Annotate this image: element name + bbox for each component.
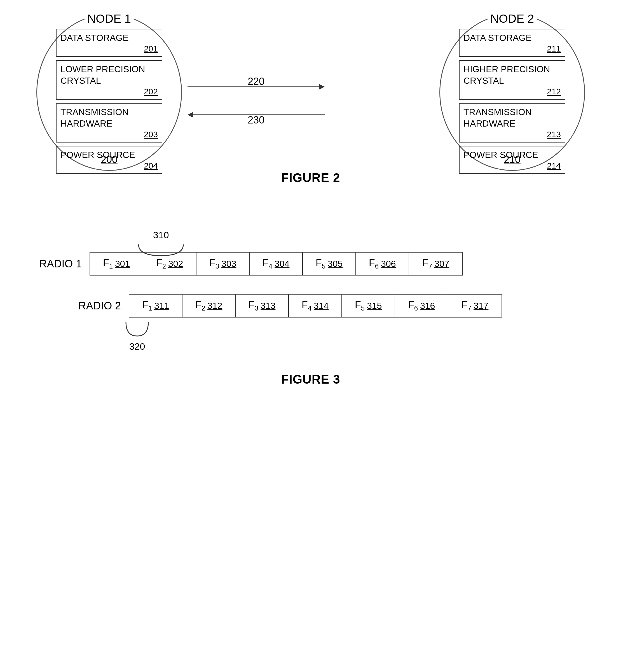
- radio2-cell-3: F4 314: [289, 295, 342, 317]
- radio2-cell-0: F1 311: [129, 295, 182, 317]
- node1-ref: 200: [101, 154, 118, 166]
- bracket-320-label: 320: [123, 341, 151, 352]
- node1-transmission-text: TRANSMISSIONHARDWARE: [60, 106, 158, 130]
- node2-label: NODE 2: [487, 12, 537, 26]
- radio1-f5-name: F6: [369, 257, 379, 270]
- radio2-f3-ref: 314: [314, 301, 329, 311]
- radio1-cell-2: F3 303: [197, 253, 250, 275]
- node2-datastorage-ref: 211: [464, 44, 561, 54]
- radio1-f3-name: F4: [263, 257, 272, 270]
- node2-circle: NODE 2 DATA STORAGE 211 HIGHER PRECISION…: [439, 14, 585, 171]
- radio1-f1-name: F2: [156, 257, 166, 270]
- node2-crystal-ref: 212: [464, 87, 561, 96]
- radio2-f0-ref: 311: [154, 301, 169, 311]
- radio2-cell-1: F2 312: [182, 295, 236, 317]
- node2-transmission-text: TRANSMISSIONHARDWARE: [464, 106, 561, 130]
- radio2-f2-sub: 3: [255, 305, 258, 312]
- radio2-label: RADIO 2: [78, 300, 123, 312]
- figure2-title: FIGURE 2: [281, 171, 340, 185]
- radio2-f1-ref: 312: [207, 301, 222, 311]
- svg-marker-1: [319, 84, 325, 90]
- radio2-f3-sub: 4: [308, 305, 312, 312]
- node2-ref: 210: [504, 154, 521, 166]
- figure3-area: 310 RADIO 1 F1 301 F2 302 F3 303: [22, 230, 599, 386]
- node1-transmission-ref: 203: [60, 130, 158, 139]
- node1-boxes: DATA STORAGE 201 LOWER PRECISIONCRYSTAL …: [56, 29, 162, 174]
- node2-datastorage-text: DATA STORAGE: [464, 32, 561, 44]
- radio1-f4-sub: 5: [322, 263, 326, 270]
- radio2-f5-name: F6: [408, 299, 418, 312]
- node1-crystal-text: LOWER PRECISIONCRYSTAL: [60, 63, 158, 87]
- radio1-f0-name: F1: [103, 257, 113, 270]
- radio2-cell-5: F6 316: [395, 295, 448, 317]
- figure3-title: FIGURE 3: [281, 372, 340, 386]
- figure2-area: NODE 1 DATA STORAGE 201 LOWER PRECISIONC…: [22, 11, 599, 185]
- radio2-f0-sub: 1: [148, 305, 152, 312]
- node1-box-datastorage: DATA STORAGE 201: [56, 29, 162, 57]
- bracket-320-svg: [123, 322, 151, 339]
- radio1-f4-name: F5: [316, 257, 326, 270]
- radio2-cell-4: F5 315: [342, 295, 395, 317]
- radio1-table: F1 301 F2 302 F3 303 F4 304 F5 305: [90, 252, 463, 276]
- node2-box-datastorage: DATA STORAGE 211: [459, 29, 565, 57]
- node2-box-crystal: HIGHER PRECISIONCRYSTAL 212: [459, 60, 565, 100]
- radio1-f6-ref: 307: [434, 259, 449, 269]
- radio2-f3-name: F4: [302, 299, 312, 312]
- node2-box-transmission: TRANSMISSIONHARDWARE 213: [459, 103, 565, 142]
- radio1-label: RADIO 1: [39, 258, 84, 270]
- radio1-f2-name: F3: [209, 257, 219, 270]
- arrow-220-label: 220: [248, 76, 265, 87]
- radio2-f1-sub: 2: [202, 305, 205, 312]
- radio2-cell-2: F3 313: [236, 295, 289, 317]
- radio1-f1-ref: 302: [168, 259, 183, 269]
- radio1-f0-ref: 301: [115, 259, 130, 269]
- radio1-f2-sub: 3: [215, 263, 219, 270]
- node1-label: NODE 1: [85, 12, 134, 26]
- radio1-f5-sub: 6: [375, 263, 379, 270]
- radio2-cell-6: F7 317: [448, 295, 502, 317]
- radio1-cell-6: F7 307: [409, 253, 462, 275]
- radio2-f6-sub: 7: [468, 305, 471, 312]
- radio1-f3-ref: 304: [274, 259, 289, 269]
- radio1-row: RADIO 1 F1 301 F2 302 F3 303 F4 304: [39, 252, 463, 276]
- node2-crystal-text: HIGHER PRECISIONCRYSTAL: [464, 63, 561, 87]
- radio1-cell-0: F1 301: [90, 253, 143, 275]
- node1-crystal-ref: 202: [60, 87, 158, 96]
- radio2-f6-ref: 317: [474, 301, 488, 311]
- node1-box-crystal: LOWER PRECISIONCRYSTAL 202: [56, 60, 162, 100]
- radio2-f5-sub: 6: [414, 305, 418, 312]
- radio1-cell-5: F6 306: [356, 253, 409, 275]
- radio1-f4-ref: 305: [328, 259, 343, 269]
- radio2-f1-name: F2: [195, 299, 205, 312]
- radio2-f2-ref: 313: [261, 301, 275, 311]
- node2-transmission-ref: 213: [464, 130, 561, 139]
- radio2-f0-name: F1: [142, 299, 152, 312]
- radio1-cell-1: F2 302: [143, 253, 197, 275]
- node1-circle: NODE 1 DATA STORAGE 201 LOWER PRECISIONC…: [36, 14, 182, 171]
- arrows-container: 220 230: [182, 70, 330, 132]
- radio2-f6-name: F7: [462, 299, 471, 312]
- node1-box-transmission: TRANSMISSIONHARDWARE 203: [56, 103, 162, 142]
- radio2-f5-ref: 316: [420, 301, 435, 311]
- radio1-f0-sub: 1: [109, 263, 113, 270]
- radio1-f1-sub: 2: [162, 263, 166, 270]
- radio1-f3-sub: 4: [269, 263, 272, 270]
- radio2-f2-name: F3: [248, 299, 258, 312]
- node1-datastorage-ref: 201: [60, 44, 158, 54]
- radio1-cell-4: F5 305: [303, 253, 356, 275]
- radio2-table: F1 311 F2 312 F3 313 F4 314 F5 315: [129, 294, 502, 317]
- radio1-f5-ref: 306: [381, 259, 396, 269]
- svg-marker-3: [187, 112, 193, 118]
- radio1-f2-ref: 303: [221, 259, 236, 269]
- brace-310-label: 310: [133, 230, 189, 241]
- radio2-f4-ref: 315: [367, 301, 382, 311]
- bracket-320-container: 320: [123, 322, 151, 352]
- radio1-cell-3: F4 304: [250, 253, 303, 275]
- radio1-f6-sub: 7: [428, 263, 432, 270]
- radio2-f4-sub: 5: [361, 305, 365, 312]
- radio1-f6-name: F7: [422, 257, 432, 270]
- page: NODE 1 DATA STORAGE 201 LOWER PRECISIONC…: [0, 0, 623, 672]
- node2-boxes: DATA STORAGE 211 HIGHER PRECISIONCRYSTAL…: [459, 29, 565, 174]
- radio2-row: RADIO 2 F1 311 F2 312 F3 313 F4 314: [78, 294, 502, 317]
- arrow-230-label: 230: [248, 114, 265, 126]
